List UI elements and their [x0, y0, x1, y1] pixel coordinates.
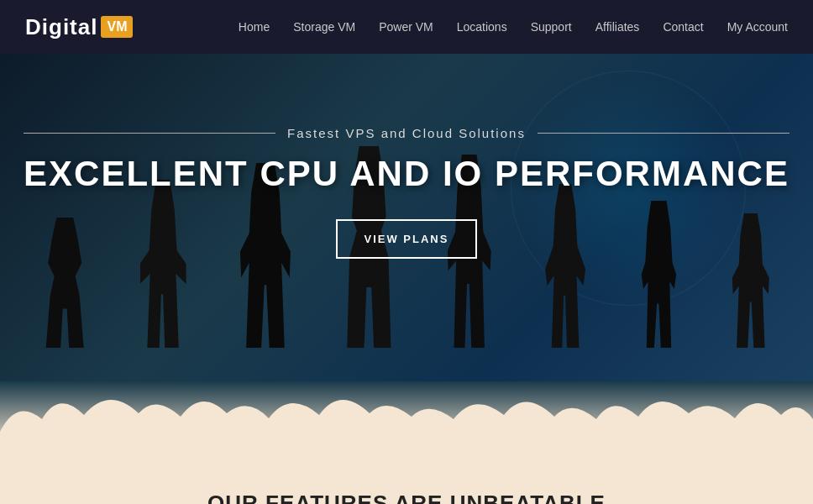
- cloud-transition: [0, 381, 813, 449]
- logo[interactable]: Digital VM: [25, 14, 133, 40]
- nav-link-locations[interactable]: Locations: [457, 20, 507, 34]
- nav-item-support[interactable]: Support: [531, 19, 572, 34]
- hero-section: Fastest VPS and Cloud Solutions EXCELLEN…: [0, 54, 813, 381]
- nav-link-support[interactable]: Support: [531, 20, 572, 34]
- hero-subtitle: Fastest VPS and Cloud Solutions: [24, 126, 789, 140]
- nav-item-locations[interactable]: Locations: [457, 19, 507, 34]
- nav-link-contact[interactable]: Contact: [663, 20, 703, 34]
- nav-item-power-vm[interactable]: Power VM: [379, 19, 433, 34]
- features-title: OUR FEATURES ARE UNBEATABLE: [34, 491, 779, 504]
- features-section: OUR FEATURES ARE UNBEATABLE The fastest …: [0, 449, 813, 504]
- logo-badge: VM: [101, 16, 133, 38]
- view-plans-button[interactable]: VIEW PLANS: [336, 219, 478, 259]
- nav-links: Home Storage VM Power VM Locations Suppo…: [239, 19, 788, 34]
- hero-title: EXCELLENT CPU AND IO PERFORMANCE: [24, 154, 789, 194]
- cloud-svg: [0, 381, 813, 449]
- nav-item-home[interactable]: Home: [239, 19, 270, 34]
- nav-link-power-vm[interactable]: Power VM: [379, 20, 433, 34]
- nav-item-contact[interactable]: Contact: [663, 19, 703, 34]
- nav-item-affiliates[interactable]: Affiliates: [595, 19, 640, 34]
- nav-item-my-account[interactable]: My Account: [727, 19, 788, 34]
- logo-text: Digital: [25, 14, 97, 40]
- nav-link-affiliates[interactable]: Affiliates: [595, 20, 640, 34]
- nav-link-storage-vm[interactable]: Storage VM: [293, 20, 355, 34]
- hero-content: Fastest VPS and Cloud Solutions EXCELLEN…: [24, 126, 789, 309]
- nav-link-my-account[interactable]: My Account: [727, 20, 788, 34]
- navbar: Digital VM Home Storage VM Power VM Loca…: [0, 0, 813, 54]
- nav-item-storage-vm[interactable]: Storage VM: [293, 19, 355, 34]
- nav-link-home[interactable]: Home: [239, 20, 270, 34]
